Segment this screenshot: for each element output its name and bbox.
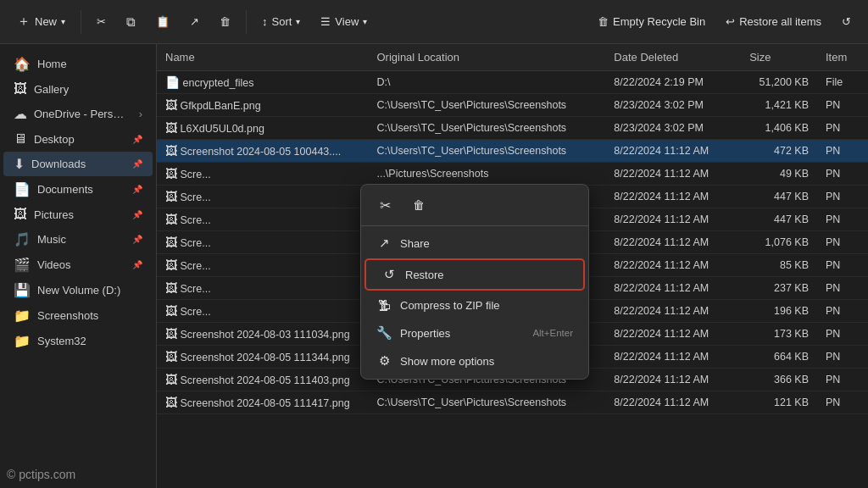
file-date: 8/22/2024 11:12 AM: [605, 277, 741, 300]
file-type: PN: [817, 300, 868, 323]
new-icon: ＋: [17, 13, 31, 30]
paste-button[interactable]: 📋: [147, 11, 178, 32]
ctx-delete-icon: 🗑: [413, 198, 425, 212]
file-date: 8/22/2024 11:12 AM: [605, 140, 741, 163]
sidebar-label-onedrive: OneDrive - Persona: [34, 108, 129, 120]
file-type: PN: [817, 163, 868, 186]
ctx-cut-icon: ✂: [380, 197, 391, 214]
header-location[interactable]: Original Location: [368, 44, 605, 71]
sidebar-label-gallery: Gallery: [34, 83, 69, 96]
table-row[interactable]: 🖼 GfkpdLBanE.png C:\Users\TC_User\Pictur…: [157, 94, 868, 117]
file-name: Screenshot 2024-08-03 111034.png: [180, 329, 349, 341]
ctx-item-compress[interactable]: 🗜 Compress to ZIP file: [364, 292, 585, 319]
sidebar-item-gallery[interactable]: 🖼 Gallery: [3, 77, 153, 101]
sidebar-item-downloads[interactable]: ⬇ Downloads 📌: [3, 152, 153, 176]
table-row[interactable]: 📄 encrypted_files D:\ 8/22/2024 2:19 PM …: [157, 71, 868, 94]
cut-button[interactable]: ✂: [88, 11, 114, 32]
file-name: Scre...: [180, 283, 210, 295]
ctx-item-share[interactable]: ↗ Share: [364, 230, 585, 257]
new-button[interactable]: ＋ New ▾: [8, 8, 74, 35]
file-name: encrypted_files: [182, 77, 253, 89]
file-name: Scre...: [180, 260, 210, 272]
file-type: PN: [817, 254, 868, 277]
sidebar-label-desktop: Desktop: [34, 133, 75, 146]
ctx-cut-button[interactable]: ✂: [371, 191, 398, 219]
undo-button[interactable]: ↺: [833, 11, 860, 32]
file-name: Scre...: [180, 191, 210, 203]
content-area: Name Original Location Date Deleted Size…: [157, 44, 868, 488]
file-date: 8/22/2024 11:12 AM: [605, 346, 741, 369]
file-icon: 🖼: [165, 258, 177, 272]
share-button[interactable]: ↗: [181, 11, 208, 32]
file-size: 237 KB: [741, 277, 817, 300]
table-row[interactable]: 🖼 Scre... ...\Pictures\Screenshots 8/22/…: [157, 163, 868, 186]
context-menu-items: ↗ Share ↺ Restore 🗜 Compress to ZIP file…: [361, 230, 588, 374]
ctx-delete-button[interactable]: 🗑: [405, 191, 432, 219]
delete-button[interactable]: 🗑: [211, 11, 239, 32]
pin-icon: 📌: [132, 235, 142, 244]
sidebar-icon-downloads: ⬇: [14, 156, 25, 172]
file-size: 173 KB: [741, 323, 817, 346]
table-row[interactable]: 🖼 Screenshot 2024-08-05 100443.... C:\Us…: [157, 140, 868, 163]
header-size[interactable]: Size: [741, 44, 817, 71]
new-label: New: [35, 15, 57, 28]
file-icon: 🖼: [165, 121, 177, 135]
sidebar-item-music[interactable]: 🎵 Music 📌: [3, 227, 153, 252]
pin-icon: 📌: [132, 260, 142, 269]
file-type: PN: [817, 369, 868, 391]
sidebar-item-home[interactable]: 🏠 Home: [3, 52, 153, 76]
ctx-item-icon-share: ↗: [376, 236, 392, 251]
file-icon: 🖼: [165, 373, 177, 386]
sidebar-item-desktop[interactable]: 🖥 Desktop 📌: [3, 127, 153, 151]
sidebar-item-pictures[interactable]: 🖼 Pictures 📌: [3, 202, 153, 226]
sort-label: Sort: [272, 15, 292, 28]
sidebar-item-documents[interactable]: 📄 Documents 📌: [3, 177, 153, 202]
file-icon: 🖼: [165, 213, 177, 226]
divider-1: [81, 10, 81, 34]
file-type: PN: [817, 277, 868, 300]
ctx-item-label-restore: Restore: [405, 269, 444, 281]
sidebar-icon-gallery: 🖼: [14, 81, 27, 97]
view-button[interactable]: ☰ View ▾: [312, 11, 376, 32]
empty-recycle-button[interactable]: 🗑 Empty Recycle Bin: [589, 11, 714, 32]
restore-all-label: Restore all items: [739, 15, 821, 28]
ctx-item-more-options[interactable]: ⚙ Show more options: [364, 347, 585, 374]
sidebar-icon-system32: 📁: [14, 333, 31, 349]
header-type[interactable]: Item: [817, 44, 868, 71]
table-row[interactable]: 🖼 Screenshot 2024-08-05 111417.png C:\Us…: [157, 391, 868, 414]
empty-recycle-label: Empty Recycle Bin: [613, 15, 705, 28]
ctx-item-label-compress: Compress to ZIP file: [400, 299, 500, 312]
ctx-shortcut-properties: Alt+Enter: [532, 328, 573, 338]
sidebar-icon-desktop: 🖥: [14, 131, 27, 147]
sidebar-icon-documents: 📄: [14, 181, 31, 197]
paste-icon: 📋: [156, 15, 170, 28]
sidebar-icon-home: 🏠: [14, 56, 31, 72]
file-name: L6XdU5UL0d.png: [180, 123, 264, 135]
sort-button[interactable]: ↕ Sort ▾: [253, 11, 309, 32]
file-date: 8/22/2024 11:12 AM: [605, 369, 741, 391]
file-date: 8/22/2024 11:12 AM: [605, 323, 741, 346]
file-name: Screenshot 2024-08-05 111417.png: [180, 397, 349, 409]
sidebar-icon-music: 🎵: [14, 231, 31, 247]
file-size: 121 KB: [741, 391, 817, 414]
sidebar-item-videos[interactable]: 🎬 Videos 📌: [3, 252, 153, 277]
header-name[interactable]: Name: [157, 44, 368, 71]
sidebar-item-newvolume[interactable]: 💾 New Volume (D:): [3, 278, 153, 302]
expand-icon: ›: [139, 108, 142, 120]
ctx-item-restore[interactable]: ↺ Restore: [370, 261, 580, 288]
sidebar-label-pictures: Pictures: [34, 208, 74, 221]
copy-button[interactable]: ⧉: [118, 10, 144, 34]
file-type: File: [817, 71, 868, 94]
file-size: 51,200 KB: [741, 71, 817, 94]
ctx-item-properties[interactable]: 🔧 Properties Alt+Enter: [364, 319, 585, 347]
sidebar-item-onedrive[interactable]: ☁ OneDrive - Persona ›: [3, 102, 153, 126]
sidebar-item-screenshots[interactable]: 📁 Screenshots: [3, 303, 153, 328]
file-location: C:\Users\TC_User\Pictures\Screenshots: [368, 117, 605, 140]
restore-all-button[interactable]: ↩ Restore all items: [717, 11, 830, 32]
header-date[interactable]: Date Deleted: [605, 44, 741, 71]
file-name: GfkpdLBanE.png: [180, 100, 260, 112]
sidebar-label-home: Home: [37, 58, 67, 70]
file-type: PN: [817, 140, 868, 163]
sidebar-item-system32[interactable]: 📁 System32: [3, 329, 153, 353]
table-row[interactable]: 🖼 L6XdU5UL0d.png C:\Users\TC_User\Pictur…: [157, 117, 868, 140]
